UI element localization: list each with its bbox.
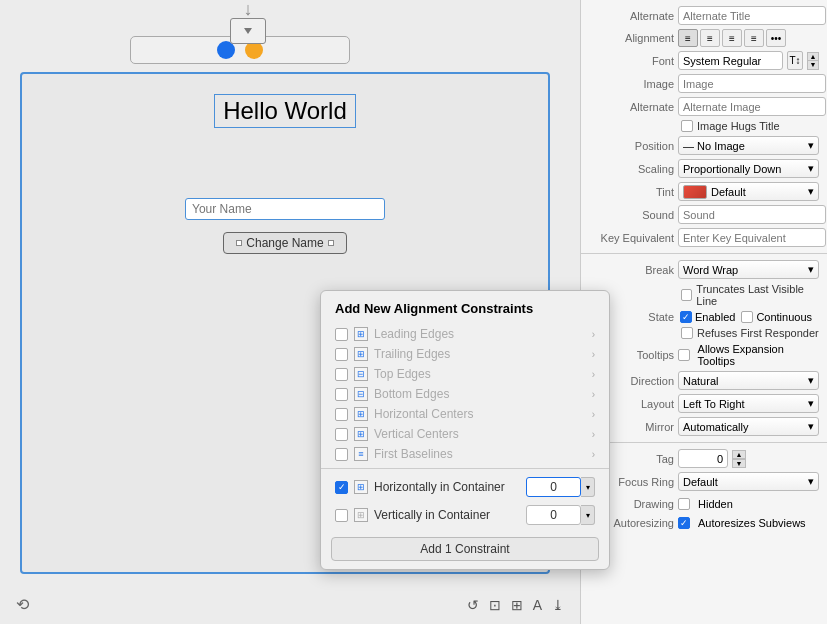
image-hugs-checkbox[interactable] (681, 120, 693, 132)
scaling-select[interactable]: Proportionally Down ▾ (678, 159, 819, 178)
your-name-input[interactable] (185, 198, 385, 220)
horizontally-icon: ⊞ (354, 480, 368, 494)
trailing-edges-icon: ⊞ (354, 347, 368, 361)
state-continuous-checkbox[interactable] (741, 311, 753, 323)
toolbar-right-icons: ↺ ⊡ ⊞ A ⤓ (467, 597, 564, 613)
add-constraint-button[interactable]: Add 1 Constraint (331, 537, 599, 561)
vertical-centers-item[interactable]: ⊞ Vertical Centers › (321, 424, 609, 444)
image-label: Image (589, 78, 674, 90)
horizontally-checkbox[interactable]: ✓ (335, 481, 348, 494)
vertically-dropdown-arrow[interactable]: ▾ (581, 505, 595, 525)
horizontally-label: Horizontally in Container (374, 480, 520, 494)
trailing-edges-item[interactable]: ⊞ Trailing Edges › (321, 344, 609, 364)
drawing-checkbox[interactable] (678, 498, 690, 510)
image-input[interactable] (678, 74, 826, 93)
state-enabled-label: Enabled (695, 311, 735, 323)
tag-stepper-up[interactable]: ▲ (732, 450, 746, 459)
font-stepper-down[interactable]: ▼ (807, 61, 819, 70)
align-justify-btn[interactable]: ≡ (744, 29, 764, 47)
autoresizes-checkbox[interactable]: ✓ (678, 517, 690, 529)
alternate-label: Alternate (589, 10, 674, 22)
focus-ring-select[interactable]: Default ▾ (678, 472, 819, 491)
font-size-stepper[interactable]: T↕ (787, 51, 803, 70)
state-enabled-group: ✓ Enabled (680, 311, 735, 323)
toolbar-embed-icon[interactable]: ⊡ (489, 597, 501, 613)
horizontal-centers-checkbox[interactable] (335, 408, 348, 421)
vertically-label: Vertically in Container (374, 508, 520, 522)
divider-2 (581, 442, 827, 443)
align-right-btn[interactable]: ≡ (722, 29, 742, 47)
change-name-button[interactable]: Change Name (223, 232, 346, 254)
layout-select[interactable]: Left To Right ▾ (678, 394, 819, 413)
first-baselines-checkbox[interactable] (335, 448, 348, 461)
alignment-buttons: ≡ ≡ ≡ ≡ ••• (678, 29, 786, 47)
tooltips-checkbox[interactable] (678, 349, 690, 361)
horizontally-value-input[interactable] (526, 477, 581, 497)
toolbar-align-icon[interactable]: A (533, 597, 542, 613)
font-label: Font (589, 55, 674, 67)
toolbar-update-icon[interactable]: ↺ (467, 597, 479, 613)
align-other-btn[interactable]: ••• (766, 29, 786, 47)
divider-1 (581, 253, 827, 254)
sound-input[interactable] (678, 205, 826, 224)
bottom-edges-label: Bottom Edges (374, 387, 586, 401)
vertical-centers-checkbox[interactable] (335, 428, 348, 441)
vertically-value-input[interactable] (526, 505, 581, 525)
leading-edges-checkbox[interactable] (335, 328, 348, 341)
bottom-edges-item[interactable]: ⊟ Bottom Edges › (321, 384, 609, 404)
alignment-row: Alignment ≡ ≡ ≡ ≡ ••• (581, 27, 827, 49)
font-stepper-up[interactable]: ▲ (807, 52, 819, 61)
btn-handle-left (236, 240, 242, 246)
break-select[interactable]: Word Wrap ▾ (678, 260, 819, 279)
bottom-edges-checkbox[interactable] (335, 388, 348, 401)
top-edges-checkbox[interactable] (335, 368, 348, 381)
focus-ring-value: Default (683, 476, 718, 488)
first-baselines-item[interactable]: ≡ First Baselines › (321, 444, 609, 464)
toolbar-resolve-icon[interactable]: ⤓ (552, 597, 564, 613)
direction-select[interactable]: Natural ▾ (678, 371, 819, 390)
vertically-checkbox[interactable] (335, 509, 348, 522)
state-continuous-group: Continuous (741, 311, 812, 323)
hello-world-label: Hello World (214, 94, 356, 128)
top-edges-arrow: › (592, 369, 595, 380)
tag-stepper-down[interactable]: ▼ (732, 459, 746, 468)
align-left-btn[interactable]: ≡ (678, 29, 698, 47)
toolbar-pin-icon[interactable]: ⊞ (511, 597, 523, 613)
alternate-row: Alternate (581, 4, 827, 27)
vertical-centers-icon: ⊞ (354, 427, 368, 441)
first-baselines-label: First Baselines (374, 447, 586, 461)
tag-input[interactable] (678, 449, 728, 468)
alt-image-input[interactable] (678, 97, 826, 116)
tint-select[interactable]: Default ▾ (678, 182, 819, 201)
popup-divider (321, 468, 609, 469)
scaling-label: Scaling (589, 163, 674, 175)
top-edges-item[interactable]: ⊟ Top Edges › (321, 364, 609, 384)
horizontal-centers-item[interactable]: ⊞ Horizontal Centers › (321, 404, 609, 424)
font-input-group: System Regular T↕ ▲ ▼ (678, 51, 819, 70)
align-center-btn[interactable]: ≡ (700, 29, 720, 47)
focus-ring-row: Focus Ring Default ▾ (581, 470, 827, 493)
break-label: Break (589, 264, 674, 276)
refuses-checkbox[interactable] (681, 327, 693, 339)
key-equiv-label: Key Equivalent (589, 232, 674, 244)
position-value: No Image (697, 140, 745, 152)
horizontally-dropdown-arrow[interactable]: ▾ (581, 477, 595, 497)
canvas-area: ↓ Hello World Change Name ⟲ ↺ ⊡ ⊞ A ⤓ Ad… (0, 0, 580, 624)
alternate-input[interactable] (678, 6, 826, 25)
autoresizes-label: Autoresizes Subviews (698, 517, 806, 529)
alignment-constraints-popup: Add New Alignment Constraints ⊞ Leading … (320, 290, 610, 570)
sound-row: Sound ▾ (581, 203, 827, 226)
mirror-select[interactable]: Automatically ▾ (678, 417, 819, 436)
key-equiv-input[interactable] (678, 228, 826, 247)
trailing-edges-checkbox[interactable] (335, 348, 348, 361)
leading-edges-item[interactable]: ⊞ Leading Edges › (321, 324, 609, 344)
state-enabled-checkbox[interactable]: ✓ (680, 311, 692, 323)
first-baselines-icon: ≡ (354, 447, 368, 461)
autoresizing-row: Autoresizing ✓ Autoresizes Subviews (581, 515, 827, 531)
font-name-display[interactable]: System Regular (678, 51, 783, 70)
position-select[interactable]: — No Image ▾ (678, 136, 819, 155)
leading-edges-icon: ⊞ (354, 327, 368, 341)
direction-row: Direction Natural ▾ (581, 369, 827, 392)
truncates-checkbox[interactable] (681, 289, 692, 301)
toolbar-left-icon[interactable]: ⟲ (16, 595, 29, 614)
